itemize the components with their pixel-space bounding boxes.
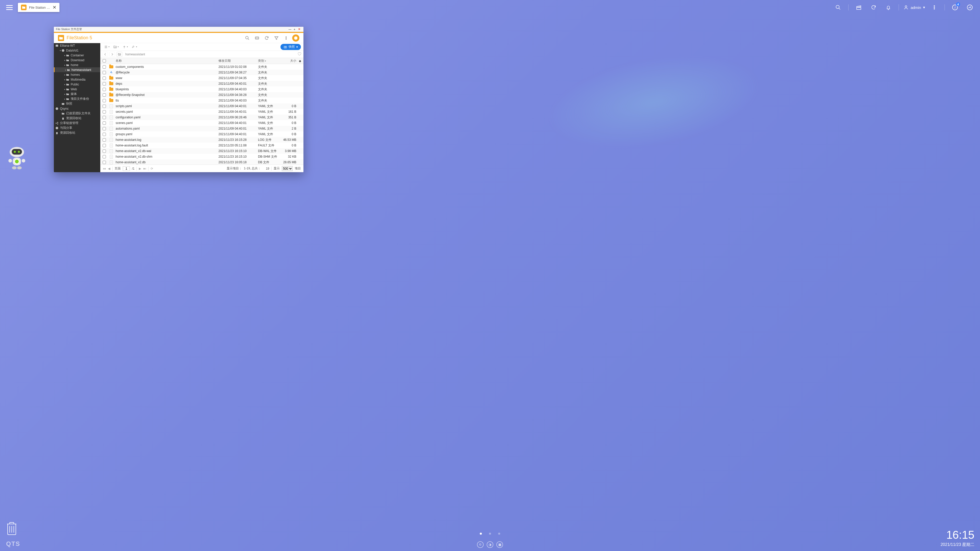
search-icon[interactable] xyxy=(832,2,844,13)
taskbar-app-tab[interactable]: File Station … ✕ xyxy=(18,3,59,12)
notifications-icon[interactable] xyxy=(883,2,894,13)
sidebar-qsync-team[interactable]: 已接受团队文件夹 xyxy=(54,111,100,116)
row-checkbox[interactable] xyxy=(103,161,106,164)
pager-last-button[interactable]: ⏭ xyxy=(143,167,146,170)
row-checkbox[interactable] xyxy=(103,71,106,74)
desktop-page-dots[interactable] xyxy=(480,533,500,535)
col-header-date[interactable]: 修改日期 xyxy=(218,59,258,63)
col-header-star[interactable]: ◆ xyxy=(299,59,304,63)
dock-icon-3[interactable]: ▦ xyxy=(496,541,503,548)
select-all-checkbox[interactable] xyxy=(103,59,106,62)
window-minimize-button[interactable]: — xyxy=(288,28,292,31)
table-row[interactable]: @Recently-Snapshot2021/11/09 04:38:28文件夹 xyxy=(100,92,304,98)
pager-refresh-button[interactable]: ⟳ xyxy=(151,167,153,170)
table-row[interactable]: home-assistant_v2.db2021/11/23 16:05:18D… xyxy=(100,159,304,165)
row-checkbox[interactable] xyxy=(103,133,106,136)
sidebar-root[interactable]: Elliana-WT xyxy=(54,43,100,48)
clapboard-icon[interactable] xyxy=(853,2,864,13)
sidebar-item-homes[interactable]: ▸homes xyxy=(54,72,100,77)
sidebar-item-homeassistant[interactable]: ▸homeassistant xyxy=(54,67,100,72)
col-header-type[interactable]: 类别 xyxy=(258,59,279,63)
sidebar-recycle[interactable]: 资源回收站 xyxy=(54,130,100,135)
desktop-trash-icon[interactable] xyxy=(6,521,18,536)
help-icon[interactable]: i 4 xyxy=(950,2,961,13)
table-row[interactable]: home-assistant_v2.db-shm2021/11/23 16:15… xyxy=(100,154,304,159)
table-row[interactable]: scenes.yaml2021/11/09 04:40:01YAML 文件0 B xyxy=(100,120,304,126)
remote-mount-icon[interactable] xyxy=(253,35,261,41)
pager-page-size-select[interactable]: 500 xyxy=(282,166,293,171)
dock-icon-2[interactable]: ◑ xyxy=(487,541,493,548)
search-icon[interactable] xyxy=(244,35,251,41)
filter-icon[interactable] xyxy=(273,35,280,41)
dashboard-icon[interactable] xyxy=(964,2,975,13)
row-checkbox[interactable] xyxy=(103,82,106,86)
refresh-icon[interactable] xyxy=(263,35,270,41)
sidebar-item-web[interactable]: ▸Web xyxy=(54,87,100,92)
taskbar-tab-close[interactable]: ✕ xyxy=(52,5,56,10)
row-checkbox[interactable] xyxy=(103,105,106,108)
window-titlebar[interactable]: File Station 文件总管 — + ✕ xyxy=(54,27,304,32)
sidebar-volume[interactable]: ▾ DataVol1 xyxy=(54,48,100,53)
row-checkbox[interactable] xyxy=(103,121,106,125)
pager-first-button[interactable]: ⏮ xyxy=(103,167,106,170)
row-checkbox[interactable] xyxy=(103,144,106,147)
sidebar-item-home[interactable]: ▸home xyxy=(54,62,100,67)
table-row[interactable]: tts2021/11/09 04:40:03文件夹 xyxy=(100,98,304,103)
sidebar-item-multimedia[interactable]: ▸Multimedia xyxy=(54,77,100,82)
sidebar-qsync[interactable]: Qsync xyxy=(54,106,100,111)
more-icon[interactable] xyxy=(283,35,290,41)
table-row[interactable]: automations.yaml2021/11/09 04:40:01YAML … xyxy=(100,126,304,131)
favorite-icon[interactable] xyxy=(298,52,301,57)
row-checkbox[interactable] xyxy=(103,88,106,91)
window-maximize-button[interactable]: + xyxy=(292,28,297,31)
breadcrumb-path[interactable]: homeassistant xyxy=(124,52,296,56)
sidebar-item-media[interactable]: ▸媒体 xyxy=(54,92,100,97)
more-icon[interactable] xyxy=(929,2,940,13)
col-header-name[interactable]: 名称 xyxy=(115,59,218,63)
table-row[interactable]: scripts.yaml2021/11/09 04:40:01YAML 文件0 … xyxy=(100,103,304,109)
table-row[interactable]: home-assistant.log2021/11/23 16:15:28LOG… xyxy=(100,137,304,143)
window-close-button[interactable]: ✕ xyxy=(297,27,301,31)
sidebar-shared-with-me[interactable]: 与我分享 xyxy=(54,125,100,130)
sidebar-share-link[interactable]: 分享链接管理 xyxy=(54,121,100,125)
row-checkbox[interactable] xyxy=(103,65,106,68)
pager-page-input[interactable] xyxy=(123,166,130,171)
sync-icon[interactable] xyxy=(868,2,879,13)
table-row[interactable]: secrets.yaml2021/11/09 04:40:01YAML 文件16… xyxy=(100,109,304,114)
row-checkbox[interactable] xyxy=(103,138,106,141)
pager-next-button[interactable]: ▶ xyxy=(139,167,141,170)
col-header-size[interactable]: 大小 xyxy=(279,59,299,63)
table-row[interactable]: groups.yaml2021/11/09 04:40:01YAML 文件0 B xyxy=(100,131,304,137)
dock-icon-1[interactable]: © xyxy=(477,541,484,548)
sidebar-item-project-backup[interactable]: ▸项目文件备份 xyxy=(54,97,100,101)
desktop-assistant-robot[interactable] xyxy=(6,145,27,171)
tools-button[interactable] xyxy=(130,44,138,50)
row-checkbox[interactable] xyxy=(103,127,106,130)
table-row[interactable]: www2021/11/09 07:04:35文件夹 xyxy=(100,75,304,81)
row-checkbox[interactable] xyxy=(103,94,106,97)
sidebar-item-snapshot[interactable]: 快照 xyxy=(54,101,100,106)
nav-forward-button[interactable] xyxy=(110,52,115,57)
row-checkbox[interactable] xyxy=(103,110,106,114)
main-menu-button[interactable] xyxy=(5,3,14,11)
create-button[interactable] xyxy=(112,44,120,50)
view-mode-button[interactable] xyxy=(103,44,110,50)
user-menu[interactable]: admin ▾ xyxy=(904,5,925,10)
row-checkbox[interactable] xyxy=(103,99,106,102)
table-row[interactable]: home-assistant_v2.db-wal2021/11/23 16:15… xyxy=(100,148,304,154)
table-row[interactable]: deps2021/11/09 04:40:01文件夹 xyxy=(100,81,304,86)
sidebar-item-download[interactable]: ▸Download xyxy=(54,58,100,62)
sidebar-item-container[interactable]: ▸Container xyxy=(54,53,100,58)
sidebar-item-public[interactable]: ▸Public xyxy=(54,82,100,87)
row-checkbox[interactable] xyxy=(103,155,106,159)
snapshot-button[interactable]: 快照 ▾ xyxy=(280,44,301,50)
table-row[interactable]: blueprints2021/11/09 04:40:03文件夹 xyxy=(100,86,304,92)
row-checkbox[interactable] xyxy=(103,76,106,80)
upload-button[interactable] xyxy=(121,44,129,50)
table-row[interactable]: @Recycle2021/11/09 04:38:27文件夹 xyxy=(100,70,304,75)
nav-up-button[interactable] xyxy=(117,52,122,57)
table-row[interactable]: custom_components2021/11/19 01:02:08文件夹 xyxy=(100,64,304,70)
table-row[interactable]: configuration.yaml2021/11/09 06:26:46YAM… xyxy=(100,114,304,120)
pager-prev-button[interactable]: ◀ xyxy=(108,167,110,170)
nav-back-button[interactable] xyxy=(102,52,108,57)
